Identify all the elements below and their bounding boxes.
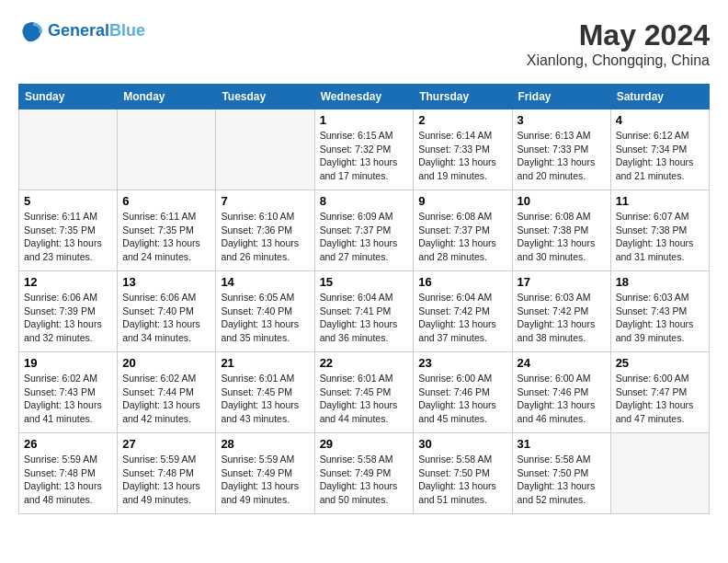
logo-icon	[18, 18, 44, 44]
day-info: Sunrise: 6:10 AMSunset: 7:36 PMDaylight:…	[221, 210, 309, 264]
weekday-header-friday: Friday	[512, 85, 610, 109]
calendar-cell: 16Sunrise: 6:04 AMSunset: 7:42 PMDayligh…	[414, 271, 512, 352]
day-number: 12	[24, 275, 112, 289]
page-header: GeneralBlue May 2024 Xianlong, Chongqing…	[18, 18, 710, 69]
day-info: Sunrise: 6:05 AMSunset: 7:40 PMDaylight:…	[221, 291, 309, 345]
day-info: Sunrise: 6:08 AMSunset: 7:37 PMDaylight:…	[418, 210, 506, 264]
calendar-cell: 22Sunrise: 6:01 AMSunset: 7:45 PMDayligh…	[314, 352, 414, 433]
day-info: Sunrise: 6:06 AMSunset: 7:40 PMDaylight:…	[122, 291, 210, 345]
calendar-cell: 15Sunrise: 6:04 AMSunset: 7:41 PMDayligh…	[314, 271, 414, 352]
calendar-cell: 13Sunrise: 6:06 AMSunset: 7:40 PMDayligh…	[118, 271, 216, 352]
calendar-cell: 7Sunrise: 6:10 AMSunset: 7:36 PMDaylight…	[216, 190, 314, 271]
calendar-table: SundayMondayTuesdayWednesdayThursdayFrid…	[18, 84, 710, 514]
calendar-cell: 28Sunrise: 5:59 AMSunset: 7:49 PMDayligh…	[216, 433, 314, 514]
day-info: Sunrise: 6:01 AMSunset: 7:45 PMDaylight:…	[320, 372, 409, 426]
weekday-header-monday: Monday	[118, 85, 216, 109]
day-number: 13	[122, 275, 210, 289]
logo: GeneralBlue	[18, 18, 145, 44]
calendar-cell: 6Sunrise: 6:11 AMSunset: 7:35 PMDaylight…	[118, 190, 216, 271]
day-info: Sunrise: 5:58 AMSunset: 7:49 PMDaylight:…	[320, 453, 409, 507]
calendar-cell	[610, 433, 709, 514]
calendar-cell: 9Sunrise: 6:08 AMSunset: 7:37 PMDaylight…	[414, 190, 512, 271]
day-number: 18	[616, 275, 704, 289]
calendar-cell: 14Sunrise: 6:05 AMSunset: 7:40 PMDayligh…	[216, 271, 314, 352]
day-number: 28	[221, 437, 309, 451]
day-number: 19	[24, 356, 112, 370]
calendar-cell: 2Sunrise: 6:14 AMSunset: 7:33 PMDaylight…	[414, 109, 512, 190]
location-subtitle: Xianlong, Chongqing, China	[527, 52, 710, 69]
day-number: 22	[320, 356, 409, 370]
day-info: Sunrise: 6:00 AMSunset: 7:47 PMDaylight:…	[616, 372, 704, 426]
day-number: 21	[221, 356, 309, 370]
day-info: Sunrise: 6:11 AMSunset: 7:35 PMDaylight:…	[24, 210, 112, 264]
day-info: Sunrise: 5:59 AMSunset: 7:48 PMDaylight:…	[24, 453, 112, 507]
calendar-cell: 8Sunrise: 6:09 AMSunset: 7:37 PMDaylight…	[314, 190, 414, 271]
day-number: 7	[221, 194, 309, 208]
calendar-cell	[118, 109, 216, 190]
title-block: May 2024 Xianlong, Chongqing, China	[527, 18, 710, 69]
calendar-cell: 29Sunrise: 5:58 AMSunset: 7:49 PMDayligh…	[314, 433, 414, 514]
calendar-week-row: 19Sunrise: 6:02 AMSunset: 7:43 PMDayligh…	[19, 352, 710, 433]
calendar-cell: 23Sunrise: 6:00 AMSunset: 7:46 PMDayligh…	[414, 352, 512, 433]
day-info: Sunrise: 6:04 AMSunset: 7:42 PMDaylight:…	[418, 291, 506, 345]
day-info: Sunrise: 6:04 AMSunset: 7:41 PMDaylight:…	[320, 291, 409, 345]
calendar-cell: 5Sunrise: 6:11 AMSunset: 7:35 PMDaylight…	[19, 190, 118, 271]
calendar-cell: 19Sunrise: 6:02 AMSunset: 7:43 PMDayligh…	[19, 352, 118, 433]
calendar-cell: 21Sunrise: 6:01 AMSunset: 7:45 PMDayligh…	[216, 352, 314, 433]
day-info: Sunrise: 6:01 AMSunset: 7:45 PMDaylight:…	[221, 372, 309, 426]
weekday-header-tuesday: Tuesday	[216, 85, 314, 109]
day-number: 14	[221, 275, 309, 289]
day-info: Sunrise: 6:00 AMSunset: 7:46 PMDaylight:…	[418, 372, 506, 426]
day-number: 17	[518, 275, 606, 289]
day-info: Sunrise: 5:59 AMSunset: 7:49 PMDaylight:…	[221, 453, 309, 507]
day-info: Sunrise: 6:08 AMSunset: 7:38 PMDaylight:…	[518, 210, 606, 264]
day-info: Sunrise: 6:03 AMSunset: 7:42 PMDaylight:…	[518, 291, 606, 345]
logo-text: GeneralBlue	[48, 21, 145, 41]
calendar-cell: 26Sunrise: 5:59 AMSunset: 7:48 PMDayligh…	[19, 433, 118, 514]
logo-general: General	[48, 21, 109, 40]
day-info: Sunrise: 5:58 AMSunset: 7:50 PMDaylight:…	[518, 453, 606, 507]
day-info: Sunrise: 6:11 AMSunset: 7:35 PMDaylight:…	[122, 210, 210, 264]
day-info: Sunrise: 6:15 AMSunset: 7:32 PMDaylight:…	[320, 129, 409, 183]
weekday-header-saturday: Saturday	[610, 85, 709, 109]
weekday-header-sunday: Sunday	[19, 85, 118, 109]
day-number: 2	[418, 113, 506, 127]
day-number: 30	[418, 437, 506, 451]
calendar-cell: 24Sunrise: 6:00 AMSunset: 7:46 PMDayligh…	[512, 352, 610, 433]
day-number: 26	[24, 437, 112, 451]
calendar-week-row: 12Sunrise: 6:06 AMSunset: 7:39 PMDayligh…	[19, 271, 710, 352]
day-number: 27	[122, 437, 210, 451]
day-number: 31	[518, 437, 606, 451]
day-number: 20	[122, 356, 210, 370]
day-number: 24	[518, 356, 606, 370]
day-info: Sunrise: 6:09 AMSunset: 7:37 PMDaylight:…	[320, 210, 409, 264]
day-number: 8	[320, 194, 409, 208]
day-number: 29	[320, 437, 409, 451]
day-number: 23	[418, 356, 506, 370]
day-info: Sunrise: 6:14 AMSunset: 7:33 PMDaylight:…	[418, 129, 506, 183]
day-info: Sunrise: 6:03 AMSunset: 7:43 PMDaylight:…	[616, 291, 704, 345]
day-number: 11	[616, 194, 704, 208]
day-number: 6	[122, 194, 210, 208]
day-number: 10	[518, 194, 606, 208]
day-info: Sunrise: 6:06 AMSunset: 7:39 PMDaylight:…	[24, 291, 112, 345]
calendar-cell	[216, 109, 314, 190]
calendar-week-row: 1Sunrise: 6:15 AMSunset: 7:32 PMDaylight…	[19, 109, 710, 190]
calendar-cell: 30Sunrise: 5:58 AMSunset: 7:50 PMDayligh…	[414, 433, 512, 514]
logo-blue: Blue	[109, 21, 145, 40]
calendar-cell: 1Sunrise: 6:15 AMSunset: 7:32 PMDaylight…	[314, 109, 414, 190]
day-number: 25	[616, 356, 704, 370]
calendar-cell: 11Sunrise: 6:07 AMSunset: 7:38 PMDayligh…	[610, 190, 709, 271]
calendar-week-row: 5Sunrise: 6:11 AMSunset: 7:35 PMDaylight…	[19, 190, 710, 271]
day-info: Sunrise: 6:13 AMSunset: 7:33 PMDaylight:…	[518, 129, 606, 183]
day-info: Sunrise: 6:07 AMSunset: 7:38 PMDaylight:…	[616, 210, 704, 264]
calendar-cell: 10Sunrise: 6:08 AMSunset: 7:38 PMDayligh…	[512, 190, 610, 271]
day-number: 3	[518, 113, 606, 127]
day-info: Sunrise: 6:02 AMSunset: 7:43 PMDaylight:…	[24, 372, 112, 426]
calendar-header-row: SundayMondayTuesdayWednesdayThursdayFrid…	[19, 85, 710, 109]
calendar-cell: 17Sunrise: 6:03 AMSunset: 7:42 PMDayligh…	[512, 271, 610, 352]
weekday-header-wednesday: Wednesday	[314, 85, 414, 109]
calendar-cell: 31Sunrise: 5:58 AMSunset: 7:50 PMDayligh…	[512, 433, 610, 514]
day-info: Sunrise: 6:02 AMSunset: 7:44 PMDaylight:…	[122, 372, 210, 426]
month-year-title: May 2024	[527, 18, 710, 52]
